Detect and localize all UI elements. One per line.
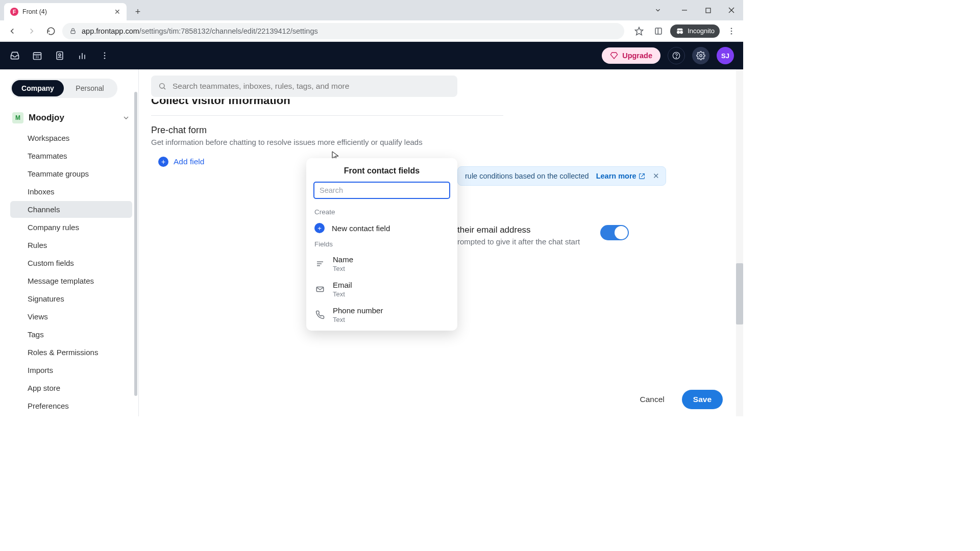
chevron-down-icon <box>122 114 130 122</box>
browser-reload-button[interactable] <box>43 23 59 39</box>
avatar-initials: SJ <box>721 52 729 60</box>
inbox-icon[interactable] <box>9 50 20 61</box>
sidebar-item-preferences[interactable]: Preferences <box>10 397 132 414</box>
browser-url-field[interactable]: app.frontapp.com/settings/tim:7858132/ch… <box>62 23 624 39</box>
cancel-button[interactable]: Cancel <box>631 390 674 409</box>
divider <box>151 115 503 116</box>
sidebar-item-rules[interactable]: Rules <box>10 237 132 254</box>
main-content: Search teammates, inboxes, rules, tags, … <box>139 69 743 416</box>
browser-tab-strip: F Front (4) ✕ + <box>0 0 743 20</box>
svg-point-12 <box>731 33 732 34</box>
calendar-icon[interactable]: 31 <box>32 50 43 61</box>
browser-address-bar: app.frontapp.com/settings/tim:7858132/ch… <box>0 20 743 42</box>
sidebar-item-company-rules[interactable]: Company rules <box>10 219 132 236</box>
popover-title: Front contact fields <box>306 166 457 176</box>
plus-circle-icon: + <box>314 223 325 233</box>
email-toggle[interactable] <box>600 225 629 240</box>
help-icon[interactable] <box>668 47 685 64</box>
field-item-name[interactable]: Name Text <box>306 251 457 277</box>
new-tab-button[interactable]: + <box>131 5 145 19</box>
field-item-email[interactable]: Email Text <box>306 277 457 302</box>
upgrade-button[interactable]: Upgrade <box>602 47 660 64</box>
sidebar-item-views[interactable]: Views <box>10 308 132 325</box>
field-item-phone[interactable]: Phone number Text <box>306 302 457 328</box>
svg-point-9 <box>680 31 683 34</box>
sidebar-item-custom-fields[interactable]: Custom fields <box>10 255 132 271</box>
workspace-header[interactable]: M Moodjoy <box>10 109 132 127</box>
workspace-name: Moodjoy <box>29 113 64 123</box>
new-contact-field-item[interactable]: + New contact field <box>306 219 457 237</box>
incognito-chip[interactable]: Incognito <box>670 24 720 38</box>
tab-favicon: F <box>10 8 18 16</box>
sidebar-item-channels[interactable]: Channels <box>10 201 132 218</box>
sidebar-scrollbar[interactable] <box>134 92 137 396</box>
popover-search-input[interactable] <box>313 182 450 199</box>
learn-more-link[interactable]: Learn more <box>596 172 645 180</box>
window-close-icon[interactable] <box>720 0 743 20</box>
user-avatar[interactable]: SJ <box>717 47 734 64</box>
browser-menu-icon[interactable] <box>724 23 739 39</box>
window-minimize-icon[interactable] <box>673 0 696 20</box>
svg-rect-1 <box>706 8 710 13</box>
sidebar-item-message-templates[interactable]: Message templates <box>10 272 132 289</box>
browser-forward-button[interactable] <box>23 23 40 39</box>
extensions-icon[interactable] <box>651 23 666 39</box>
upgrade-label: Upgrade <box>622 52 652 60</box>
sidebar-item-billing[interactable]: Billing <box>10 415 132 416</box>
sidebar-item-imports[interactable]: Imports <box>10 362 132 379</box>
tabs-dropdown-icon[interactable] <box>646 0 670 20</box>
bookmark-icon[interactable] <box>631 23 647 39</box>
search-icon <box>158 82 166 90</box>
scope-company-button[interactable]: Company <box>12 80 64 96</box>
global-search-input[interactable]: Search teammates, inboxes, rules, tags, … <box>151 76 457 97</box>
svg-point-11 <box>731 30 732 32</box>
main-scrollbar-thumb[interactable] <box>736 263 743 324</box>
sidebar-item-roles-permissions[interactable]: Roles & Permissions <box>10 344 132 361</box>
sidebar-item-signatures[interactable]: Signatures <box>10 290 132 307</box>
svg-point-21 <box>104 52 106 54</box>
field-name: Phone number <box>333 306 383 315</box>
svg-point-27 <box>160 84 164 88</box>
contact-fields-popover: Front contact fields Create + New contac… <box>306 158 457 331</box>
browser-back-button[interactable] <box>4 23 20 39</box>
svg-point-22 <box>104 55 106 57</box>
text-icon <box>314 258 326 269</box>
contacts-icon[interactable] <box>54 50 65 61</box>
sidebar-item-teammate-groups[interactable]: Teammate groups <box>10 165 132 182</box>
window-maximize-icon[interactable] <box>696 0 720 20</box>
field-type: Text <box>333 290 352 298</box>
browser-tab[interactable]: F Front (4) ✕ <box>4 3 127 20</box>
sidebar-item-app-store[interactable]: App store <box>10 380 132 396</box>
new-contact-field-label: New contact field <box>332 224 390 233</box>
plus-circle-icon: + <box>158 157 168 167</box>
phone-icon <box>314 309 326 320</box>
sidebar-item-inboxes[interactable]: Inboxes <box>10 183 132 200</box>
svg-marker-5 <box>635 27 643 35</box>
incognito-icon <box>675 27 684 36</box>
search-placeholder: Search teammates, inboxes, rules, tags, … <box>173 82 349 91</box>
more-icon[interactable] <box>99 50 110 61</box>
info-banner: rule conditions based on the collected L… <box>457 166 666 186</box>
svg-point-10 <box>731 28 732 29</box>
sidebar-item-teammates[interactable]: Teammates <box>10 147 132 164</box>
url-domain: app.frontapp.com <box>82 27 139 35</box>
footer-actions: Cancel Save <box>631 390 723 409</box>
banner-close-icon[interactable]: ✕ <box>653 172 659 180</box>
svg-point-23 <box>104 58 106 59</box>
incognito-label: Incognito <box>688 27 715 35</box>
scope-personal-button[interactable]: Personal <box>64 80 116 96</box>
sidebar-item-workspaces[interactable]: Workspaces <box>10 130 132 146</box>
svg-point-8 <box>677 31 680 34</box>
svg-point-26 <box>700 55 702 57</box>
save-button[interactable]: Save <box>682 390 723 409</box>
analytics-icon[interactable] <box>77 50 88 61</box>
main-scrollbar-track[interactable] <box>736 69 743 416</box>
banner-text: rule conditions based on the collected <box>465 172 589 180</box>
settings-icon[interactable] <box>692 47 709 64</box>
popover-fields-label: Fields <box>306 237 457 251</box>
email-toggle-row: their email address rompted to give it a… <box>457 225 629 246</box>
toggle-title: their email address <box>457 225 580 235</box>
tab-close-icon[interactable]: ✕ <box>114 8 120 16</box>
diamond-icon <box>610 52 618 60</box>
sidebar-item-tags[interactable]: Tags <box>10 326 132 343</box>
